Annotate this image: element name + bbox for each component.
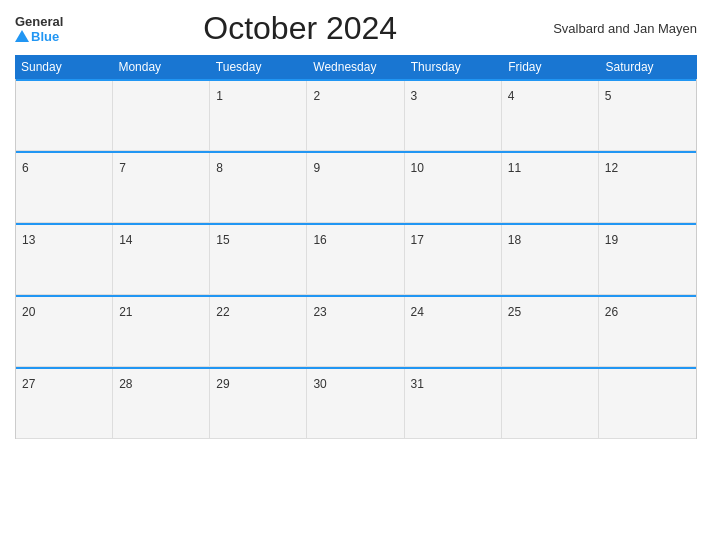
day-header-tuesday: Tuesday [210,55,307,79]
day-number: 29 [216,377,229,391]
day-cell: 5 [599,81,696,150]
day-cell: 25 [502,297,599,366]
day-cell: 3 [405,81,502,150]
day-cell: 9 [307,153,404,222]
day-cell: 15 [210,225,307,294]
day-number: 17 [411,233,424,247]
day-cell: 14 [113,225,210,294]
day-number: 10 [411,161,424,175]
day-cell: 20 [16,297,113,366]
calendar-title: October 2024 [63,10,537,47]
calendar-container: General Blue October 2024 Svalbard and J… [0,0,712,550]
day-number: 7 [119,161,126,175]
day-number: 15 [216,233,229,247]
day-cell [113,81,210,150]
day-number: 16 [313,233,326,247]
day-cell: 4 [502,81,599,150]
day-cell: 28 [113,369,210,438]
day-number: 21 [119,305,132,319]
day-cell: 29 [210,369,307,438]
day-header-sunday: Sunday [15,55,112,79]
logo-triangle-icon [15,30,29,42]
week-row-1: 12345 [16,79,696,151]
day-number: 8 [216,161,223,175]
calendar-grid: 1234567891011121314151617181920212223242… [15,79,697,439]
day-number: 1 [216,89,223,103]
day-cell: 13 [16,225,113,294]
day-number: 5 [605,89,612,103]
day-number: 13 [22,233,35,247]
day-number: 2 [313,89,320,103]
day-number: 18 [508,233,521,247]
day-cell: 2 [307,81,404,150]
day-cell: 1 [210,81,307,150]
day-number: 9 [313,161,320,175]
day-cell [16,81,113,150]
logo-area: General Blue [15,14,63,44]
day-cell: 7 [113,153,210,222]
day-number: 22 [216,305,229,319]
day-headers-row: SundayMondayTuesdayWednesdayThursdayFrid… [15,55,697,79]
day-number: 19 [605,233,618,247]
day-number: 12 [605,161,618,175]
week-row-5: 2728293031 [16,367,696,439]
day-header-thursday: Thursday [405,55,502,79]
day-number: 24 [411,305,424,319]
day-cell: 18 [502,225,599,294]
day-number: 11 [508,161,521,175]
day-number: 30 [313,377,326,391]
day-number: 6 [22,161,29,175]
day-cell: 27 [16,369,113,438]
week-row-3: 13141516171819 [16,223,696,295]
day-cell [599,369,696,438]
day-header-saturday: Saturday [600,55,697,79]
day-cell: 17 [405,225,502,294]
day-header-monday: Monday [112,55,209,79]
day-cell: 10 [405,153,502,222]
day-number: 25 [508,305,521,319]
day-number: 27 [22,377,35,391]
day-header-friday: Friday [502,55,599,79]
day-cell [502,369,599,438]
day-cell: 6 [16,153,113,222]
day-cell: 11 [502,153,599,222]
day-number: 20 [22,305,35,319]
day-cell: 26 [599,297,696,366]
day-cell: 19 [599,225,696,294]
logo-blue-area: Blue [15,29,59,44]
logo-general-text: General [15,14,63,29]
day-number: 23 [313,305,326,319]
logo-blue-text: Blue [31,29,59,44]
day-cell: 16 [307,225,404,294]
week-row-4: 20212223242526 [16,295,696,367]
day-number: 4 [508,89,515,103]
day-header-wednesday: Wednesday [307,55,404,79]
day-number: 14 [119,233,132,247]
day-number: 31 [411,377,424,391]
day-cell: 8 [210,153,307,222]
day-cell: 30 [307,369,404,438]
day-cell: 21 [113,297,210,366]
day-number: 3 [411,89,418,103]
day-cell: 12 [599,153,696,222]
week-row-2: 6789101112 [16,151,696,223]
day-cell: 24 [405,297,502,366]
day-cell: 31 [405,369,502,438]
day-cell: 23 [307,297,404,366]
day-cell: 22 [210,297,307,366]
day-number: 26 [605,305,618,319]
day-number: 28 [119,377,132,391]
calendar-header: General Blue October 2024 Svalbard and J… [15,10,697,47]
region-label: Svalbard and Jan Mayen [537,21,697,36]
